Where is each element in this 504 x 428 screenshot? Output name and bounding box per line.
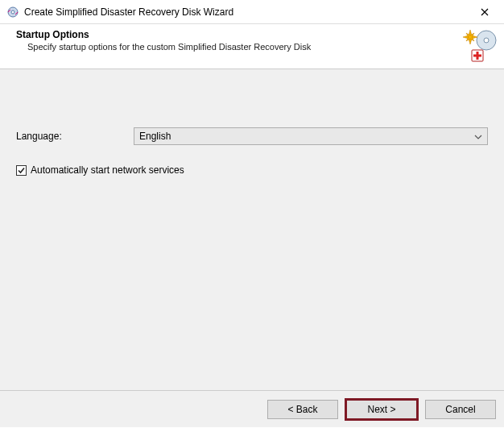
page-title: Startup Options	[16, 29, 493, 40]
titlebar: Create Simplified Disaster Recovery Disk…	[0, 0, 504, 24]
back-button[interactable]: < Back	[267, 400, 338, 419]
network-services-row: Automatically start network services	[16, 164, 488, 176]
next-button[interactable]: Next >	[346, 400, 417, 419]
app-icon	[6, 6, 19, 19]
chevron-down-icon	[474, 131, 482, 142]
svg-point-1	[11, 10, 14, 14]
wizard-header: Startup Options Specify startup options …	[0, 24, 504, 69]
close-icon	[481, 8, 489, 16]
network-services-checkbox[interactable]	[16, 165, 27, 176]
cancel-button[interactable]: Cancel	[425, 400, 496, 419]
language-select[interactable]: English	[134, 127, 488, 145]
language-label: Language:	[16, 131, 134, 142]
language-row: Language: English	[16, 127, 488, 145]
wizard-body: Language: English Automatically start ne…	[0, 69, 504, 390]
wizard-footer: < Back Next > Cancel	[0, 390, 504, 427]
svg-rect-8	[473, 55, 481, 57]
header-decoration-icon	[461, 27, 498, 64]
window-title: Create Simplified Disaster Recovery Disk…	[24, 6, 469, 18]
network-services-label: Automatically start network services	[31, 164, 184, 176]
close-button[interactable]	[469, 1, 501, 23]
language-value: English	[139, 131, 171, 142]
page-subtitle: Specify startup options for the custom S…	[27, 42, 493, 52]
svg-point-3	[484, 38, 489, 43]
checkmark-icon	[17, 166, 26, 175]
